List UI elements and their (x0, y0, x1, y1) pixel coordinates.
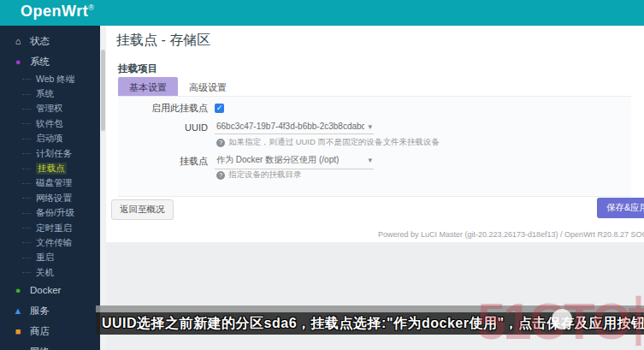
mountpoint-select[interactable]: 作为 Docker 数据分区使用 (/opt) ▾ (215, 152, 374, 169)
back-to-overview-button[interactable]: 返回至概况 (111, 199, 174, 220)
tree-line (22, 94, 31, 95)
sidebar-item-label: 状态 (30, 35, 50, 48)
mountpoint-helper: ? 指定设备的挂载目录 (216, 169, 302, 181)
sidebar-item-磁盘管理[interactable]: 磁盘管理 (0, 176, 100, 191)
logo-text: OpenWrt (21, 3, 88, 20)
network-icon: ● (11, 347, 25, 350)
screenshot-root: OpenWrt® ⌂状态●系统 Web 终端系统管理权软件包启动项计划任务挂载点… (0, 0, 644, 350)
sidebar-item-label: 磁盘管理 (36, 177, 72, 189)
enable-mount-checkbox[interactable]: ✓ (215, 104, 224, 113)
sidebar-item-label: 服务 (30, 305, 50, 317)
enable-mount-row: 启用此挂载点 ✓ (118, 102, 224, 115)
tree-line (22, 153, 31, 154)
sidebar-nav: ⌂状态●系统 Web 终端系统管理权软件包启动项计划任务挂载点磁盘管理网络设置备… (0, 26, 100, 350)
tree-line (22, 79, 31, 80)
sidebar-item-Docker[interactable]: ●Docker (0, 280, 100, 300)
sidebar-item-label: 关机 (36, 267, 54, 279)
tree-line (22, 139, 31, 139)
sidebar-item-备份/升级[interactable]: 备份/升级 (0, 206, 100, 221)
sidebar-item-label: 备份/升级 (36, 207, 74, 219)
sidebar-item-系统[interactable]: ●系统 (0, 51, 100, 72)
page-title: 挂载点 - 存储区 (116, 32, 210, 50)
scrollbar-thumb[interactable] (101, 50, 105, 131)
sidebar-item-label: 系统 (36, 88, 54, 100)
uuid-selected-value: 66bc3c47-19b7-4f3d-b6bb-2c3b8cdabdf (216, 122, 364, 131)
sidebar-item-商店[interactable]: ■商店 (0, 321, 100, 341)
vertical-scrollbar[interactable] (100, 26, 106, 350)
sidebar-item-label: 挂载点 (36, 163, 67, 175)
sidebar-item-挂载点[interactable]: 挂载点 (0, 161, 100, 175)
sidebar-item-启动项[interactable]: 启动项 (0, 132, 100, 146)
sidebar-item-Web 终端[interactable]: Web 终端 (0, 72, 100, 86)
sidebar-item-label: 启动项 (36, 133, 63, 145)
sidebar-item-label: 商店 (30, 325, 50, 338)
sidebar-item-label: 管理权 (36, 103, 63, 115)
logo-registered-mark: ® (88, 3, 94, 12)
sidebar-item-关机[interactable]: 关机 (0, 265, 100, 280)
sidebar-item-label: 文件传输 (36, 237, 72, 249)
sidebar-item-文件传输[interactable]: 文件传输 (0, 235, 100, 250)
sidebar-item-label: 网络设置 (36, 193, 72, 205)
tree-line (22, 183, 31, 184)
sidebar-item-计划任务[interactable]: 计划任务 (0, 146, 100, 161)
sidebar-item-label: 定时重启 (36, 222, 72, 234)
tree-line (22, 258, 31, 258)
services-icon: ▲ (11, 306, 25, 316)
mountpoint-selected-value: 作为 Docker 数据分区使用 (/opt) (216, 154, 339, 166)
tree-line (22, 198, 31, 199)
chevron-down-icon: ▾ (368, 156, 372, 164)
uuid-select[interactable]: 66bc3c47-19b7-4f3d-b6bb-2c3b8cdabdf ▾ (215, 120, 374, 134)
chevron-down-icon: ▾ (368, 122, 372, 131)
sidebar-item-label: 软件包 (36, 118, 63, 130)
sidebar-item-软件包[interactable]: 软件包 (0, 116, 100, 131)
main-content: 挂载点 - 存储区 挂载项目 基本设置高级设置 启用此挂载点 ✓ UUID 66… (106, 26, 644, 350)
enable-mount-label: 启用此挂载点 (118, 102, 208, 115)
tree-line (22, 228, 31, 228)
help-icon: ? (216, 139, 225, 147)
tree-line (22, 213, 31, 214)
store-icon: ■ (11, 326, 25, 336)
sidebar-item-label: 网络 (30, 346, 50, 350)
subtitle-caption: UUID选择之前新建的分区sda6，挂载点选择:"作为docker使用"，点击保… (96, 312, 644, 335)
sidebar-item-label: Web 终端 (36, 74, 74, 86)
sidebar-item-管理权[interactable]: 管理权 (0, 102, 100, 116)
section-title: 挂载项目 (118, 62, 157, 75)
save-apply-button[interactable]: 保存&应用 (597, 198, 644, 218)
mount-entry-form: 启用此挂载点 ✓ UUID 66bc3c47-19b7-4f3d-b6bb-2c… (118, 96, 631, 197)
uuid-helper-text: 如果指定，则通过 UUID 而不是固定的设备文件来挂载设备 (228, 137, 440, 148)
sidebar-item-网络设置[interactable]: 网络设置 (0, 191, 100, 205)
top-header-bar: OpenWrt® (0, 0, 644, 26)
system-icon: ● (11, 56, 25, 67)
sidebar-top-items: ⌂状态●系统 (0, 31, 100, 72)
docker-icon: ● (11, 285, 25, 295)
sidebar-item-label: 计划任务 (36, 148, 72, 160)
sidebar-item-重启[interactable]: 重启 (0, 251, 100, 265)
help-icon: ? (216, 171, 225, 180)
tree-line (22, 169, 31, 169)
tree-line (22, 242, 31, 243)
sidebar-item-label: Docker (30, 285, 61, 295)
sidebar-item-label: 系统 (30, 56, 50, 68)
sidebar-item-状态[interactable]: ⌂状态 (0, 31, 100, 51)
tree-line (22, 109, 31, 110)
mountpoint-row: 挂载点 作为 Docker 数据分区使用 (/opt) ▾ (118, 152, 374, 169)
sidebar-item-定时重启[interactable]: 定时重启 (0, 221, 100, 235)
home-icon: ⌂ (11, 36, 25, 46)
mountpoint-helper-text: 指定设备的挂载目录 (228, 169, 302, 181)
sidebar-system-children: Web 终端系统管理权软件包启动项计划任务挂载点磁盘管理网络设置备份/升级定时重… (0, 72, 100, 280)
sidebar-item-label: 重启 (36, 252, 54, 264)
uuid-label: UUID (118, 122, 208, 133)
sidebar-bottom-items: ●Docker▲服务■商店●网络 (0, 280, 100, 350)
footer-powered-by: Powered by LuCI Master (git-20.223.26173… (378, 230, 644, 239)
openwrt-logo[interactable]: OpenWrt® (21, 3, 94, 21)
uuid-row: UUID 66bc3c47-19b7-4f3d-b6bb-2c3b8cdabdf… (118, 120, 374, 134)
sidebar-item-网络[interactable]: ●网络 (0, 341, 100, 350)
sidebar-item-服务[interactable]: ▲服务 (0, 300, 100, 321)
mountpoint-label: 挂载点 (118, 155, 208, 168)
subtitle-gray-band (96, 306, 644, 312)
uuid-helper: ? 如果指定，则通过 UUID 而不是固定的设备文件来挂载设备 (216, 137, 440, 148)
tree-line (22, 272, 31, 273)
sidebar-item-系统[interactable]: 系统 (0, 86, 100, 101)
tree-line (22, 123, 31, 124)
